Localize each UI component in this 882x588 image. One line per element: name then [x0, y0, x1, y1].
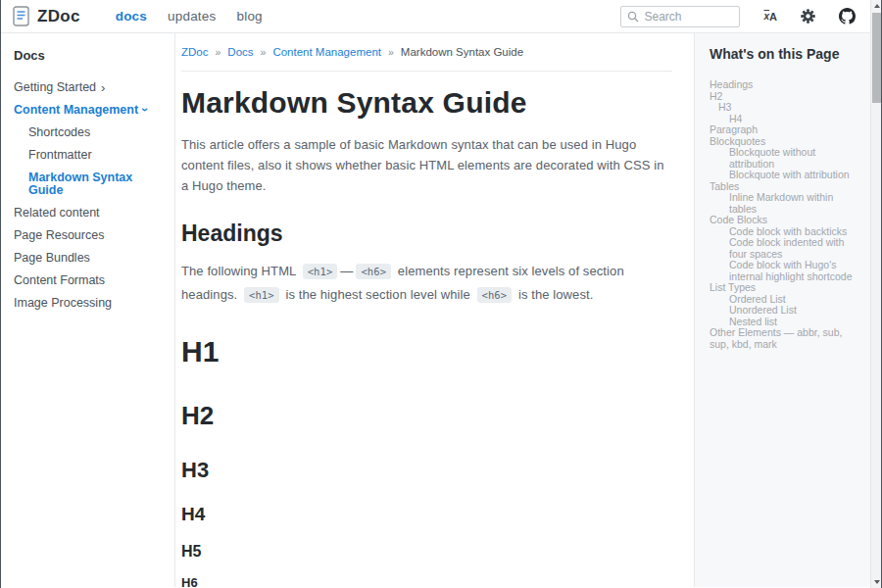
page-title: Markdown Syntax Guide — [181, 86, 672, 120]
page-scrollbar[interactable] — [870, 0, 881, 588]
inline-code-h1: <h1> — [303, 264, 338, 279]
inline-code-h1: <h1> — [244, 287, 279, 303]
sample-heading-h6: H6 — [181, 576, 672, 587]
section-heading: Headings — [181, 220, 672, 247]
sidebar-item-label: Markdown Syntax Guide — [28, 172, 167, 197]
app-window: ZDoc docsupdatesblog xA — [0, 0, 882, 588]
chevron-right-icon: › — [101, 83, 105, 93]
translate-icon[interactable]: xA — [763, 11, 777, 23]
brand-link[interactable]: ZDoc — [13, 6, 80, 26]
sidebar-item-label: Getting Started — [14, 81, 96, 94]
sidebar-item-label: Image Processing — [14, 297, 112, 310]
document-icon — [13, 6, 29, 26]
toc-sidebar: What's on this Page HeadingsH2H3H4Paragr… — [694, 33, 870, 587]
breadcrumb-current: Markdown Syntax Guide — [401, 46, 523, 58]
sidebar-item-label: Page Bundles — [14, 252, 90, 265]
intro-paragraph: This article offers a sample of basic Ma… — [181, 134, 672, 196]
brand-title: ZDoc — [37, 7, 80, 26]
sample-heading-h1: H1 — [181, 336, 672, 368]
sidebar-item-image-processing[interactable]: Image Processing — [14, 297, 167, 310]
nav-link-docs[interactable]: docs — [116, 9, 147, 24]
sidebar-item-related-content[interactable]: Related content — [14, 207, 167, 220]
sample-heading-h4: H4 — [181, 505, 672, 524]
sidebar-item-label: Frontmatter — [28, 149, 92, 162]
toc-item-h3[interactable]: H3 — [710, 102, 862, 114]
breadcrumb-link-docs[interactable]: Docs — [227, 46, 253, 58]
breadcrumb-link-zdoc[interactable]: ZDoc — [181, 46, 208, 58]
paragraph-text: is the highest section level while — [282, 287, 474, 302]
search-input[interactable] — [644, 10, 733, 24]
breadcrumb-divider — [181, 71, 672, 72]
breadcrumb: ZDoc»Docs»Content Management»Markdown Sy… — [181, 46, 672, 58]
sample-heading-h3: H3 — [181, 459, 672, 481]
sidebar-title: Docs — [14, 48, 167, 63]
search-box[interactable] — [620, 6, 740, 27]
toc-title: What's on this Page — [710, 46, 862, 62]
scrollbar-down-arrow[interactable] — [871, 576, 882, 588]
left-sidebar: Docs Getting Started›Content Management›… — [1, 33, 175, 587]
breadcrumb-separator: » — [261, 46, 267, 58]
chevron-down-icon: › — [140, 107, 150, 111]
sidebar-item-content-formats[interactable]: Content Formats — [14, 274, 167, 287]
sample-heading-h2: H2 — [181, 403, 672, 429]
breadcrumb-separator: » — [215, 46, 220, 58]
header-icons: xA — [763, 8, 856, 24]
github-icon[interactable] — [839, 8, 856, 24]
gear-icon[interactable] — [801, 9, 815, 24]
sidebar-item-frontmatter[interactable]: Frontmatter — [14, 149, 167, 162]
toc-item-other-elements-abbr-sub-sup-kbd-mark[interactable]: Other Elements — abbr, sub, sup, kbd, ma… — [710, 327, 862, 350]
paragraph-text: is the lowest. — [514, 287, 593, 302]
toc-item-code-block-indented-with-four-spaces[interactable]: Code block indented with four spaces — [710, 237, 862, 260]
toc-item-paragraph[interactable]: Paragraph — [710, 124, 862, 136]
toc-item-blockquote-without-attribution[interactable]: Blockquote without attribution — [710, 147, 862, 170]
paragraph-text: — — [340, 264, 353, 278]
breadcrumb-separator: » — [388, 46, 394, 58]
sidebar-item-label: Page Resources — [14, 229, 104, 242]
sidebar-item-page-bundles[interactable]: Page Bundles — [14, 252, 167, 265]
toc-item-code-block-with-hugo-s-internal-highligh[interactable]: Code block with Hugo's internal highligh… — [710, 260, 862, 282]
toc-item-code-blocks[interactable]: Code Blocks — [710, 215, 862, 226]
search-icon — [627, 11, 639, 23]
toc-item-blockquote-with-attribution[interactable]: Blockquote with attribution — [710, 170, 862, 181]
sidebar-item-page-resources[interactable]: Page Resources — [14, 229, 167, 242]
nav-link-blog[interactable]: blog — [236, 9, 262, 24]
sidebar-item-label: Shortcodes — [28, 126, 90, 139]
top-nav: docsupdatesblog — [116, 9, 263, 24]
toc-item-inline-markdown-within-tables[interactable]: Inline Markdown within tables — [710, 192, 862, 215]
toc-item-h2[interactable]: H2 — [710, 91, 862, 103]
breadcrumb-link-content-management[interactable]: Content Management — [272, 46, 381, 58]
toc-item-unordered-list[interactable]: Unordered List — [710, 305, 862, 317]
inline-code-h6: <h6> — [477, 287, 513, 303]
header: ZDoc docsupdatesblog xA — [1, 0, 881, 33]
inline-code-h6: <h6> — [356, 264, 391, 279]
sidebar-item-getting-started[interactable]: Getting Started› — [14, 81, 167, 94]
main-content: ZDoc»Docs»Content Management»Markdown Sy… — [175, 33, 694, 587]
paragraph-text: The following HTML — [181, 264, 300, 278]
toc-item-headings[interactable]: Headings — [710, 79, 862, 91]
sidebar-item-markdown-syntax-guide[interactable]: Markdown Syntax Guide — [14, 172, 167, 197]
sidebar-item-content-management[interactable]: Content Management› — [14, 104, 167, 117]
toc-item-list-types[interactable]: List Types — [710, 282, 862, 294]
sidebar-item-label: Content Management — [14, 104, 138, 117]
sidebar-item-shortcodes[interactable]: Shortcodes — [14, 126, 167, 139]
nav-link-updates[interactable]: updates — [168, 9, 216, 24]
sidebar-item-label: Content Formats — [14, 274, 105, 287]
sidebar-item-label: Related content — [14, 207, 100, 220]
scrollbar-thumb[interactable] — [872, 13, 881, 103]
headings-paragraph: The following HTML <h1>—<h6> elements re… — [181, 260, 672, 307]
scrollbar-up-arrow[interactable] — [871, 0, 882, 12]
sample-heading-h5: H5 — [181, 544, 672, 561]
